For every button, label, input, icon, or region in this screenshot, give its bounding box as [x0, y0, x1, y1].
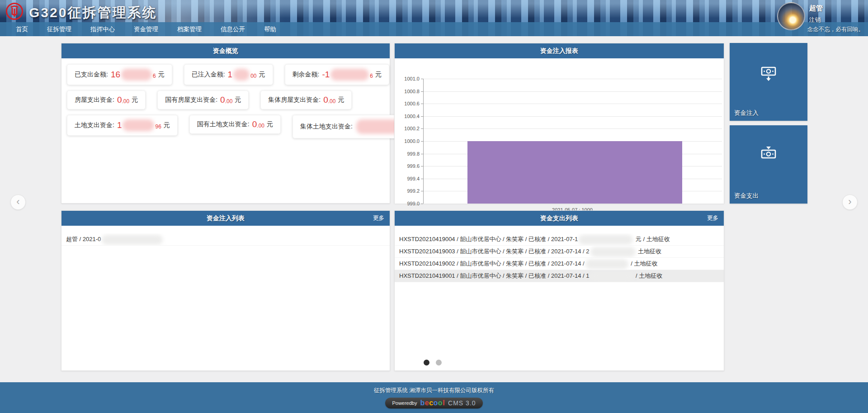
- chart-bar[interactable]: [467, 141, 682, 204]
- redacted-value-blob: [330, 69, 369, 81]
- stat-card: 集体房屋支出资金:0.00元: [260, 90, 352, 109]
- stat-value-decimals: 6: [370, 73, 373, 79]
- brand-letter: b: [420, 399, 425, 407]
- nav-item-2[interactable]: 征拆管理: [38, 22, 81, 36]
- fund-expense-tile-button[interactable]: 资金支出: [730, 125, 807, 204]
- y-axis-tick-label: 1000.0: [395, 138, 420, 144]
- y-axis-tick-label: 1001.0: [395, 76, 420, 81]
- banknote-arrow-up-icon: [758, 144, 779, 166]
- redacted-value-blob: [590, 271, 633, 281]
- top-banner: G320征拆管理系统 首页征拆管理指挥中心资金管理档案管理信息公开帮助 超管 注…: [0, 0, 868, 36]
- y-axis-tick-label: 1000.2: [395, 126, 420, 131]
- fund-expense-list-panel: 资金支出列表 更多 HXSTD20210419004 / 韶山市优居中心 / 朱…: [394, 210, 724, 371]
- chart-gridline: [424, 79, 722, 79]
- app-logo-icon: [5, 2, 24, 21]
- nav-item-1[interactable]: 首页: [6, 22, 38, 36]
- main-navbar: 首页征拆管理指挥中心资金管理档案管理信息公开帮助: [0, 22, 868, 36]
- expense-list-row[interactable]: HXSTD20210419004 / 韶山市优居中心 / 朱笑寒 / 已核准 /…: [395, 233, 724, 246]
- stat-unit: 元: [158, 71, 165, 79]
- powered-by-badge[interactable]: Poweredby becool CMS 3.0: [385, 398, 482, 408]
- expense-list-row[interactable]: HXSTD20210419001 / 韶山市优居中心 / 朱笑寒 / 已核准 /…: [395, 270, 724, 282]
- inject-list-more-link[interactable]: 更多: [373, 211, 384, 226]
- carousel-prev-button[interactable]: ‹: [10, 195, 26, 210]
- stat-value: 0: [117, 95, 122, 105]
- stat-unit: 元: [235, 96, 241, 104]
- chevron-left-icon: ‹: [16, 196, 19, 207]
- stat-value-decimals: 96: [155, 123, 161, 130]
- expense-list-row[interactable]: HXSTD20210419003 / 韶山市优居中心 / 朱笑寒 / 已核准 /…: [395, 246, 724, 258]
- fund-injection-chart-panel: 资金注入报表 999.0999.2999.4999.6999.81000.010…: [394, 43, 724, 204]
- stat-card: 国有房屋支出资金:0.00元: [157, 90, 249, 109]
- stat-label: 土地支出资金:: [75, 121, 114, 129]
- fund-overview-body: 已支出金额:166元已注入金额:100元剩余金额:-16元房屋支出资金:0.00…: [61, 58, 390, 138]
- row-text: HXSTD20210419003 / 韶山市优居中心 / 朱笑寒 / 已核准 /…: [399, 248, 590, 255]
- nav-item-5[interactable]: 档案管理: [168, 22, 211, 36]
- stat-label: 房屋支出资金:: [75, 96, 114, 104]
- fund-injection-chart: 999.0999.2999.4999.6999.81000.01000.2100…: [395, 58, 724, 204]
- chart-panel-header: 资金注入报表: [395, 43, 724, 58]
- y-axis-tick-label: 1000.4: [395, 114, 420, 119]
- fund-inject-list-panel: 资金注入列表 更多 超管 / 2021-0: [61, 210, 390, 371]
- chart-gridline: [424, 128, 722, 129]
- stat-unit: 元: [375, 71, 382, 79]
- stat-value-decimals: .00: [122, 98, 129, 104]
- fund-inject-tile-button[interactable]: 资金注入: [730, 43, 807, 121]
- pagination-dot-1[interactable]: [424, 360, 429, 366]
- fund-overview-title: 资金概览: [213, 47, 238, 54]
- y-axis-tick-mark: [421, 141, 423, 142]
- row-text: 元 / 土地征收: [634, 236, 670, 242]
- redacted-value-blob: [356, 119, 399, 134]
- brand-letter: l: [443, 399, 445, 407]
- tile-label: 资金注入: [734, 109, 759, 117]
- inject-list-row[interactable]: 超管 / 2021-0: [61, 233, 390, 246]
- nav-item-3[interactable]: 指挥中心: [81, 22, 124, 36]
- banknote-arrow-down-icon: [758, 61, 779, 84]
- user-avatar[interactable]: [777, 2, 805, 30]
- stat-card: 已支出金额:166元: [67, 64, 172, 85]
- stat-unit: 元: [259, 71, 265, 79]
- stat-value-decimals: .00: [257, 123, 264, 129]
- chevron-right-icon: ›: [848, 196, 851, 207]
- stat-value: 0: [323, 95, 328, 105]
- carousel-next-button[interactable]: ›: [842, 195, 858, 210]
- stat-value: -1: [322, 70, 330, 80]
- expense-list-more-link[interactable]: 更多: [707, 211, 718, 226]
- nav-item-4[interactable]: 资金管理: [124, 22, 168, 36]
- y-axis-tick-mark: [421, 128, 423, 129]
- inject-list-title: 资金注入列表: [207, 214, 245, 222]
- expense-list-row[interactable]: HXSTD20210419002 / 韶山市优居中心 / 朱笑寒 / 已核准 /…: [395, 258, 724, 270]
- nav-item-7[interactable]: 帮助: [255, 22, 286, 36]
- y-axis-tick-mark: [421, 104, 423, 104]
- row-text: HXSTD20210419002 / 韶山市优居中心 / 朱笑寒 / 已核准 /…: [399, 260, 585, 267]
- user-motto: 念念不忘，必有回响。: [807, 26, 864, 33]
- y-axis-tick-label: 999.4: [395, 176, 420, 181]
- chart-gridline: [424, 104, 722, 104]
- y-axis-tick-mark: [421, 91, 423, 92]
- row-text: / 土地征收: [634, 272, 663, 279]
- copyright-text: 征拆管理系统 湘潭市贝一科技有限公司版权所有: [0, 387, 868, 394]
- app-title: G320征拆管理系统: [29, 4, 157, 22]
- user-name: 超管: [809, 4, 823, 13]
- redacted-value-blob: [585, 259, 628, 269]
- pagination-dot-2[interactable]: [436, 360, 442, 366]
- y-axis-tick-label: 999.0: [395, 201, 420, 206]
- nav-item-6[interactable]: 信息公开: [211, 22, 255, 36]
- chart-gridline: [424, 204, 722, 204]
- inject-list-header: 资金注入列表 更多: [61, 211, 390, 226]
- expense-list-title: 资金支出列表: [540, 214, 578, 222]
- y-axis-tick-label: 999.8: [395, 151, 420, 157]
- chart-gridline: [424, 91, 722, 92]
- stat-card: 剩余金额:-16元: [285, 64, 389, 85]
- nav-menu: 首页征拆管理指挥中心资金管理档案管理信息公开帮助: [0, 22, 868, 36]
- stat-card: 国有土地支出资金:0.00元: [189, 115, 281, 134]
- stat-value: 16: [111, 70, 120, 80]
- y-axis-tick-mark: [421, 191, 423, 191]
- stat-row-2: 房屋支出资金:0.00元国有房屋支出资金:0.00元集体房屋支出资金:0.00元: [67, 90, 384, 109]
- y-axis-tick-mark: [421, 116, 423, 117]
- expense-list-header: 资金支出列表 更多: [395, 211, 724, 226]
- redacted-value-blob: [233, 69, 250, 81]
- brand-letter: o: [434, 399, 438, 407]
- logout-link[interactable]: 注销: [809, 16, 821, 24]
- inject-list-body: 超管 / 2021-0: [61, 226, 390, 364]
- redacted-value-blob: [123, 119, 154, 131]
